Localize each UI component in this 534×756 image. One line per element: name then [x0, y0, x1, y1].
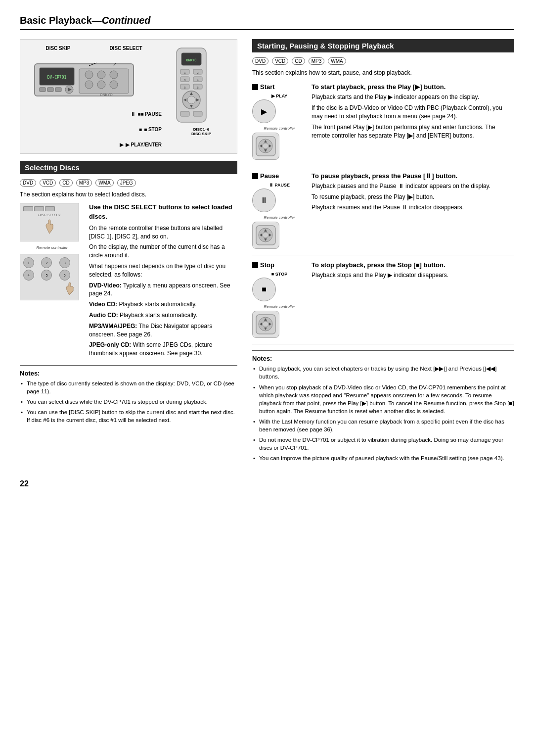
diagram-top-labels: DISC SKIP DISC SELECT: [26, 46, 162, 51]
pb-badge-dvd: DVD: [252, 57, 268, 65]
start-remote-controller: [252, 133, 279, 160]
playback-notes: Notes: During playback, you can select c…: [252, 350, 514, 462]
pause-action-title: To pause playback, press the Pause [⏸] b…: [312, 172, 514, 180]
start-btn-label: ▶ PLAY: [252, 94, 307, 98]
disc-3[interactable]: 3: [59, 257, 70, 268]
disc-2[interactable]: 2: [41, 257, 52, 268]
start-action-title: To start playback, press the Play [▶] bu…: [312, 83, 514, 91]
disc-6[interactable]: 6: [59, 270, 70, 281]
svg-rect-10: [40, 88, 45, 92]
disc-4[interactable]: 4: [23, 270, 34, 281]
pause-left: Pause ⏸ PAUSE ⏸ Remote controller: [252, 172, 307, 249]
start-right: To start playback, press the Play [▶] bu…: [312, 83, 514, 160]
top-device-diagram: DISC SKIP DISC SELECT DV-CP701: [20, 39, 237, 154]
pause-remote-label: Remote controller: [252, 215, 307, 220]
selecting-note-1: The type of disc currently selected is s…: [20, 379, 237, 395]
svg-point-50: [263, 232, 268, 238]
svg-point-43: [263, 143, 268, 149]
hand-pointer: [23, 219, 76, 236]
diagram-bottom-labels: ⏸ ■■ PAUSE ■ ■ STOP ▶ ▶ PLAY/ENTER: [26, 111, 162, 147]
badge-vcd: VCD: [40, 179, 56, 187]
playback-notes-title: Notes:: [252, 355, 514, 362]
hand-pointer-2: [23, 282, 76, 297]
start-desc-3: The front panel Play [▶] button performs…: [312, 123, 514, 141]
start-indicator: Start: [252, 83, 307, 91]
main-content: DISC SKIP DISC SELECT DV-CP701: [20, 39, 514, 465]
disc-1[interactable]: 1: [23, 257, 34, 268]
disc-grid-top: 1 2 3: [23, 257, 76, 268]
disc-select-btn-2[interactable]: [34, 206, 44, 211]
stop-remote-controller: [252, 311, 279, 338]
svg-text:DV-CP701: DV-CP701: [47, 75, 67, 80]
disc16-label: DISC1–6: [172, 127, 231, 132]
stop-sym: ■: [139, 127, 142, 132]
start-desc-2: If the disc is a DVD-Video or Video CD w…: [312, 104, 514, 121]
pause-button[interactable]: ⏸: [252, 189, 276, 212]
svg-point-57: [263, 321, 268, 327]
playback-note-1: During playback, you can select chapters…: [252, 365, 514, 380]
left-column: DISC SKIP DISC SELECT DV-CP701: [20, 39, 237, 465]
remote-svg: ONKYO: [172, 46, 211, 125]
disc-select-top-row: [23, 206, 76, 211]
stop-right: To stop playback, press the Stop [■] but…: [312, 261, 514, 338]
para-1: On the remote controller these buttons a…: [89, 224, 237, 241]
pb-badge-wma: WMA: [328, 57, 346, 65]
playback-note-4: Do not move the DV-CP701 or subject it t…: [252, 436, 514, 452]
stop-square-icon: [252, 262, 258, 268]
play-button[interactable]: ▶: [252, 99, 276, 123]
stop-action-title: To stop playback, press the Stop [■] but…: [312, 261, 514, 269]
svg-point-9: [110, 81, 118, 89]
disc-select-illustration-label: DISC SELECT: [23, 213, 76, 217]
stop-indicator: Stop: [252, 261, 307, 269]
svg-point-28: [187, 96, 195, 104]
disc-5[interactable]: 5: [41, 270, 52, 281]
selecting-discs-content: DISC SELECT Remote controller 1: [20, 203, 237, 360]
selecting-intro: The section explains how to select loade…: [20, 190, 237, 199]
stop-label: Stop: [260, 261, 274, 269]
playback-note-5: You can improve the picture quality of p…: [252, 454, 514, 462]
selecting-notes-list: The type of disc currently selected is s…: [20, 379, 237, 424]
format-badges-selecting: DVD VCD CD MP3 WMA JPEG: [20, 179, 237, 187]
pb-badge-vcd: VCD: [272, 57, 288, 65]
instruction-main-title: Use the DISC SELECT buttons to select lo…: [89, 203, 237, 221]
svg-rect-34: [193, 111, 202, 116]
page-title: Basic Playback—Continued: [20, 15, 151, 26]
pause-desc-3: Playback resumes and the Pause ⏸ indicat…: [312, 203, 514, 212]
start-remote-label: Remote controller: [252, 126, 307, 131]
badge-dvd: DVD: [20, 179, 36, 187]
svg-rect-33: [180, 111, 189, 116]
device-diagram-left: DISC SKIP DISC SELECT DV-CP701: [26, 46, 162, 147]
playback-note-3: With the Last Memory function you can re…: [252, 418, 514, 433]
selecting-discs-title: Selecting Discs: [25, 163, 80, 172]
disc-select-btn-3[interactable]: [45, 206, 55, 211]
start-label: Start: [260, 83, 275, 91]
video-cd-type: Video CD: Playback starts automatically.: [89, 300, 237, 309]
selecting-notes-title: Notes:: [20, 370, 237, 377]
play-sym: ▶: [120, 142, 124, 147]
stop-button[interactable]: ■: [252, 278, 276, 301]
disc-select-btn-1[interactable]: [23, 206, 33, 211]
badge-wma: WMA: [95, 179, 113, 187]
start-square-icon: [252, 84, 258, 90]
stop-btn-label: ■ STOP: [252, 272, 307, 277]
pause-remote-svg: [255, 224, 277, 246]
pause-row: Pause ⏸ PAUSE ⏸ Remote controller: [252, 172, 514, 255]
stop-left: Stop ■ STOP ■ Remote controller: [252, 261, 307, 338]
play-enter-label: ▶ ▶ PLAY/ENTER: [120, 142, 162, 147]
badge-mp3: MP3: [76, 179, 92, 187]
starting-pausing-title: Starting, Pausing & Stopping Playback: [257, 42, 394, 50]
stop-row: Stop ■ STOP ■ Remote controller: [252, 261, 514, 344]
para-2: On the display, the number of the curren…: [89, 243, 237, 260]
pb-badge-cd: CD: [292, 57, 305, 65]
badge-cd: CD: [59, 179, 72, 187]
mp3-wma-jpeg-type: MP3/WMA/JPEG: The Disc Navigator appears…: [89, 322, 237, 339]
svg-text:ONKYO: ONKYO: [100, 93, 113, 96]
svg-point-8: [97, 81, 105, 89]
svg-text:ONKYO: ONKYO: [186, 58, 196, 62]
start-desc-1: Playback starts and the Play ▶ indicator…: [312, 93, 514, 101]
audio-cd-type: Audio CD: Playback starts automatically.: [89, 311, 237, 320]
stop-remote-svg: [255, 313, 277, 335]
playback-intro: This section explains how to start, paus…: [252, 69, 514, 77]
svg-point-5: [97, 71, 105, 79]
badge-jpeg: JPEG: [117, 179, 136, 187]
